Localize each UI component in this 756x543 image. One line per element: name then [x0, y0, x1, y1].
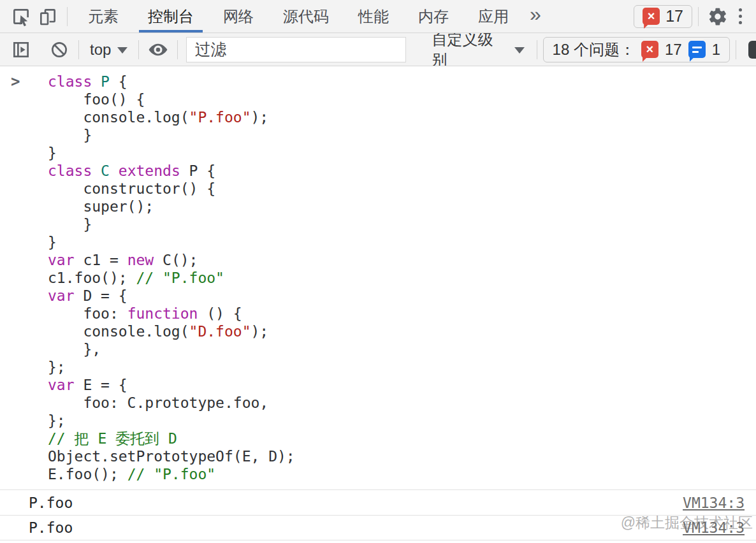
inspect-element-icon[interactable]	[8, 3, 34, 30]
issues-counter-button[interactable]: 18 个问题： × 17 1	[543, 37, 730, 62]
code-line: foo() {	[48, 90, 295, 108]
devtools-window: 元素控制台网络源代码性能内存应用 » × 17	[0, 0, 756, 543]
code-line: console.log("D.foo");	[48, 322, 295, 340]
error-badge-icon: ×	[643, 8, 660, 25]
execution-context-selector[interactable]: top	[85, 41, 133, 59]
source-link[interactable]: VM134:3	[683, 515, 745, 540]
separator	[698, 7, 699, 26]
tab-应用[interactable]: 应用	[463, 0, 523, 33]
code-line: // 把 E 委托到 D	[48, 430, 295, 447]
code-line: var E = {	[48, 376, 295, 394]
log-text: P.foo	[29, 515, 73, 540]
code-line: foo: function () {	[48, 305, 295, 322]
separator	[537, 40, 537, 59]
more-options-menu-icon[interactable]	[731, 8, 750, 24]
console-code[interactable]: class P { foo() { console.log("P.foo"); …	[48, 73, 295, 489]
tab-源代码[interactable]: 源代码	[268, 0, 344, 33]
issues-error-count: 17	[665, 41, 682, 59]
console-toolbar: top 自定义级别 18 个问题： × 17 1	[0, 33, 756, 66]
console-input-row[interactable]: > class P { foo() { console.log("P.foo")…	[0, 66, 756, 489]
more-tabs-chevron-icon[interactable]: »	[523, 3, 551, 30]
log-levels-dropdown[interactable]: 自定义级别	[425, 33, 530, 66]
clipped-toolbar-icon	[748, 41, 756, 59]
console-messages-area: > class P { foo() { console.log("P.foo")…	[0, 66, 756, 540]
separator	[177, 40, 178, 59]
live-expression-eye-icon[interactable]	[145, 36, 171, 63]
console-prompt-icon: >	[0, 73, 48, 489]
devtools-tabbar: 元素控制台网络源代码性能内存应用 » × 17	[0, 0, 756, 33]
code-line: var D = {	[48, 287, 295, 305]
code-line: constructor() {	[48, 180, 295, 198]
code-line: foo: C.prototype.foo,	[48, 394, 295, 412]
issues-label: 18 个问题：	[553, 40, 635, 60]
source-link[interactable]: VM134:3	[683, 490, 745, 516]
separator	[67, 7, 68, 26]
code-line: class C extends P {	[48, 162, 295, 180]
tab-元素[interactable]: 元素	[73, 0, 133, 33]
issues-message-count: 1	[712, 41, 720, 59]
code-line: }	[48, 215, 295, 233]
panel-tabs: 元素控制台网络源代码性能内存应用	[73, 0, 523, 33]
separator	[138, 40, 139, 59]
code-line: }	[48, 126, 295, 144]
chevron-down-icon	[117, 47, 127, 54]
tab-网络[interactable]: 网络	[208, 0, 268, 33]
code-line: class P {	[48, 73, 295, 90]
log-row: P.fooVM134:3	[0, 489, 756, 515]
settings-gear-icon[interactable]	[704, 3, 731, 30]
error-badge-icon: ×	[641, 41, 658, 58]
console-log-list: P.fooVM134:3P.fooVM134:3	[0, 489, 756, 540]
chevron-down-icon	[514, 47, 525, 54]
tab-内存[interactable]: 内存	[403, 0, 463, 33]
code-line: E.foo(); // "P.foo"	[48, 465, 295, 483]
code-line: c1.foo(); // "P.foo"	[48, 269, 295, 287]
error-count-button[interactable]: × 17	[634, 5, 692, 28]
code-line: console.log("P.foo");	[48, 108, 295, 126]
levels-label: 自定义级别	[432, 33, 506, 66]
separator	[78, 40, 79, 59]
log-row: P.fooVM134:3	[0, 515, 756, 540]
device-toolbar-icon[interactable]	[34, 3, 61, 30]
error-count-label: 17	[665, 7, 683, 25]
code-line: };	[48, 358, 295, 376]
code-line: Object.setPrototypeOf(E, D);	[48, 447, 295, 465]
tab-性能[interactable]: 性能	[344, 0, 403, 33]
message-badge-icon	[688, 41, 706, 58]
code-line: }	[48, 144, 295, 162]
clear-console-icon[interactable]	[46, 36, 73, 63]
console-sidebar-toggle-icon[interactable]	[8, 36, 34, 63]
tab-控制台[interactable]: 控制台	[133, 0, 208, 33]
code-line: },	[48, 340, 295, 358]
context-label: top	[90, 41, 111, 59]
code-line: };	[48, 412, 295, 430]
code-line: }	[48, 233, 295, 251]
filter-input[interactable]	[186, 37, 406, 62]
separator	[736, 40, 736, 59]
code-line: var c1 = new C();	[48, 251, 295, 269]
code-line: super();	[48, 198, 295, 215]
log-text: P.foo	[29, 490, 73, 516]
